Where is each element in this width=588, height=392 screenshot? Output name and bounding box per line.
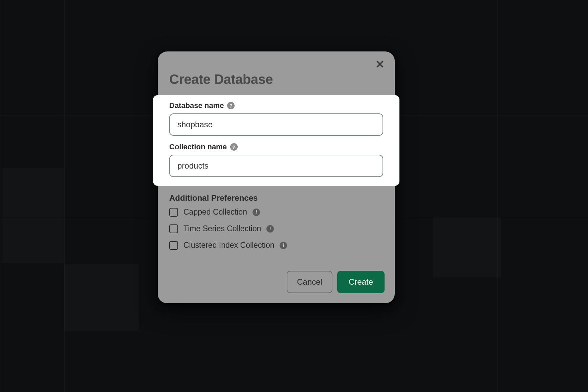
database-name-group: Database name ? <box>169 101 383 136</box>
help-icon[interactable]: ? <box>227 102 235 109</box>
form-highlight-area: Database name ? Collection name ? <box>153 95 399 186</box>
time-series-checkbox[interactable] <box>169 224 178 233</box>
modal-footer: Cancel Create <box>158 257 395 293</box>
info-icon[interactable]: i <box>253 209 260 216</box>
pref-row-clustered: Clustered Index Collection i <box>169 241 383 250</box>
modal-title: Create Database <box>158 58 395 95</box>
close-icon[interactable]: ✕ <box>375 59 385 70</box>
help-icon[interactable]: ? <box>230 143 238 151</box>
capped-collection-checkbox[interactable] <box>169 208 178 217</box>
pref-row-timeseries: Time Series Collection i <box>169 224 383 233</box>
info-icon[interactable]: i <box>266 225 274 233</box>
capped-collection-label: Capped Collection <box>183 208 247 217</box>
time-series-label: Time Series Collection <box>183 224 261 233</box>
collection-name-label: Collection name <box>169 143 227 151</box>
database-name-label: Database name <box>169 101 224 110</box>
create-button[interactable]: Create <box>337 271 385 293</box>
database-name-input[interactable] <box>169 113 383 136</box>
pref-row-capped: Capped Collection i <box>169 208 383 217</box>
preferences-title: Additional Preferences <box>169 193 383 203</box>
collection-name-group: Collection name ? <box>169 143 383 177</box>
clustered-index-label: Clustered Index Collection <box>183 241 274 250</box>
create-database-modal: ✕ Create Database Database name ? Collec… <box>158 51 395 303</box>
info-icon[interactable]: i <box>280 242 287 249</box>
cancel-button[interactable]: Cancel <box>287 271 332 293</box>
additional-preferences: Additional Preferences Capped Collection… <box>158 186 395 250</box>
clustered-index-checkbox[interactable] <box>169 241 178 250</box>
collection-name-input[interactable] <box>169 155 383 177</box>
